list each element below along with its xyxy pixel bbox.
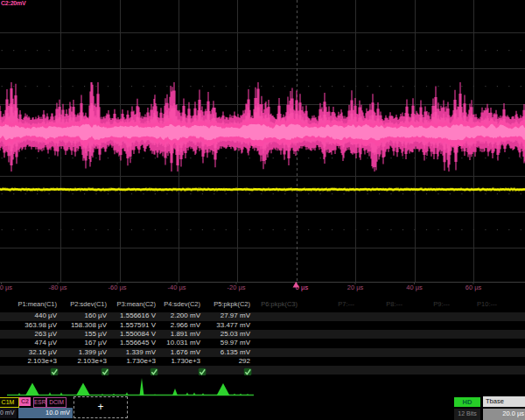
svg-text:-60 µs: -60 µs [108,284,127,291]
svg-text:0 µs: 0 µs [296,284,309,291]
svg-text:60 µs: 60 µs [466,284,482,291]
svg-text:-100 µs: -100 µs [0,284,12,291]
svg-text:-20 µs: -20 µs [228,284,246,291]
svg-text:-40 µs: -40 µs [168,284,186,291]
svg-text:20 µs: 20 µs [347,284,364,291]
svg-text:-80 µs: -80 µs [49,284,67,291]
svg-text:40 µs: 40 µs [406,284,423,291]
